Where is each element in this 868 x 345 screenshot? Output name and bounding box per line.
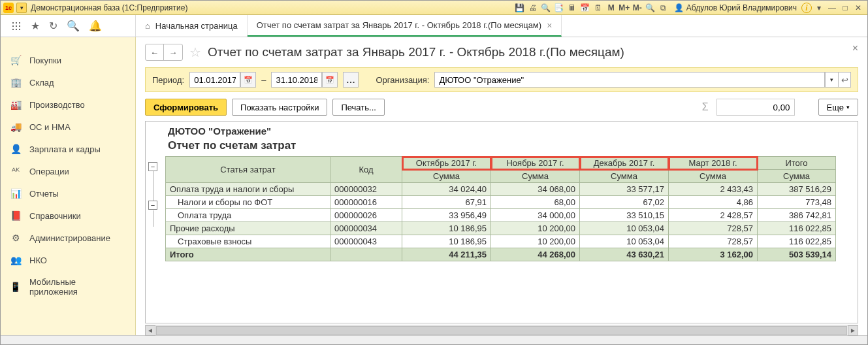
date-to-input[interactable] — [271, 72, 322, 88]
panels-icon[interactable]: ⧉ — [658, 2, 669, 14]
org-input[interactable] — [434, 72, 825, 88]
preview-icon[interactable]: 🔍 — [540, 2, 552, 14]
col-sum-total[interactable]: Сумма — [758, 170, 836, 183]
favorite-star-icon[interactable]: ☆ — [189, 44, 201, 60]
user-menu[interactable]: 👤 Абдулов Юрий Владимирович — [674, 3, 797, 12]
sidebar-item-label: Отчеты — [29, 189, 59, 199]
tab-report[interactable]: Отчет по счетам затрат за Январь 2017 г.… — [248, 15, 562, 37]
notifications-icon[interactable]: 🔔 — [89, 20, 102, 32]
run-report-button[interactable]: Сформировать — [145, 99, 227, 116]
table-row[interactable]: Налоги и сборы по ФОТ00000001667,9168,00… — [166, 196, 836, 209]
search-icon[interactable]: 🔍 — [67, 20, 80, 32]
col-code[interactable]: Код — [330, 157, 402, 183]
calendar-from-icon[interactable]: 📅 — [240, 72, 256, 88]
col-sum-3[interactable]: Сумма — [669, 170, 758, 183]
page-close-icon[interactable]: × — [852, 42, 858, 54]
sidebar-item-label: Администрирование — [29, 233, 110, 243]
tab-close-icon[interactable]: × — [547, 20, 552, 31]
apps-icon[interactable] — [11, 21, 22, 31]
sidebar-item-reports[interactable]: 📊Отчеты — [1, 182, 135, 205]
sidebar-item-payroll[interactable]: 👤Зарплата и кадры — [1, 138, 135, 160]
col-sum-2[interactable]: Сумма — [580, 170, 669, 183]
col-sum-0[interactable]: Сумма — [402, 170, 491, 183]
print-icon[interactable]: 🖨 — [527, 2, 539, 14]
zoom-icon[interactable]: 🔍 — [645, 2, 656, 14]
sidebar-item-purchases[interactable]: 🛒Покупки — [1, 49, 135, 71]
sidebar-item-label: Операции — [29, 167, 69, 176]
date-icon[interactable]: 🗓 — [592, 2, 604, 14]
col-total[interactable]: Итого — [758, 157, 836, 170]
chart-icon: 📊 — [10, 188, 22, 199]
more-button[interactable]: Еще ▾ — [818, 99, 858, 116]
table-row[interactable]: Прочие расходы00000003410 186,9510 200,0… — [166, 222, 836, 235]
minimize-icon[interactable]: — — [826, 2, 838, 14]
maximize-icon[interactable]: □ — [839, 2, 851, 14]
history-icon[interactable]: ↻ — [49, 20, 57, 32]
m-plus-icon[interactable]: M+ — [619, 2, 630, 14]
nav-forward-icon[interactable]: → — [164, 44, 182, 60]
col-item[interactable]: Статья затрат — [166, 157, 330, 183]
sidebar-item-warehouse[interactable]: 🏢Склад — [1, 71, 135, 93]
sum-input[interactable] — [716, 99, 795, 116]
cell-value: 3 162,00 — [669, 248, 758, 261]
cell-value: 34 068,00 — [491, 183, 580, 196]
table-row[interactable]: Оплата труда и налоги и сборы00000003234… — [166, 183, 836, 196]
print-button[interactable]: Печать... — [332, 99, 384, 116]
report-area[interactable]: − − ДЮТОО "Отражение" Отчет по счетам за… — [145, 121, 858, 323]
col-month-2[interactable]: Декабрь 2017 г. — [580, 157, 669, 170]
favorite-icon[interactable]: ★ — [31, 20, 40, 32]
table-row[interactable]: Оплата труда00000002633 956,4934 000,003… — [166, 209, 836, 222]
close-window-icon[interactable]: ✕ — [852, 2, 864, 14]
m-icon[interactable]: M — [605, 2, 617, 14]
operations-icon: ᴬᴷ — [10, 166, 22, 176]
table-row[interactable]: Страховые взносы00000004310 186,9510 200… — [166, 235, 836, 248]
report-table: Статья затрат Код Октябрь 2017 г. Ноябрь… — [165, 156, 836, 261]
person-icon: 👤 — [10, 144, 22, 154]
cell-value: 10 186,95 — [402, 235, 491, 248]
cell-value: 34 000,00 — [491, 209, 580, 222]
sidebar-item-mobile[interactable]: 📱Мобильные приложения — [1, 271, 135, 303]
m-minus-icon[interactable]: M- — [632, 2, 643, 14]
org-open-icon[interactable]: ↩ — [838, 72, 851, 88]
scroll-right-icon[interactable]: ► — [848, 325, 858, 336]
cell-value: 10 053,04 — [580, 222, 669, 235]
scroll-left-icon[interactable]: ◄ — [145, 325, 155, 336]
compare-icon[interactable]: 📑 — [553, 2, 565, 14]
date-from-input[interactable] — [189, 72, 240, 88]
tab-home[interactable]: ⌂ Начальная страница — [136, 15, 248, 37]
col-month-3[interactable]: Март 2018 г. — [669, 157, 758, 170]
collapse-button-2[interactable]: − — [148, 201, 157, 210]
sidebar-item-catalogs[interactable]: 📕Справочники — [1, 205, 135, 227]
info-icon[interactable]: i — [801, 3, 812, 13]
h-scrollbar[interactable]: ◄ ► — [145, 325, 858, 335]
col-sum-1[interactable]: Сумма — [491, 170, 580, 183]
sidebar-item-production[interactable]: 🏭Производство — [1, 93, 135, 116]
action-bar: Сформировать Показать настройки Печать..… — [145, 99, 858, 116]
save-icon[interactable]: 💾 — [514, 2, 526, 14]
app-menu-dropdown[interactable]: ▾ — [16, 3, 27, 13]
org-dropdown-icon[interactable]: ▾ — [825, 72, 838, 88]
sidebar-item-label: Покупки — [29, 56, 61, 65]
show-settings-button[interactable]: Показать настройки — [232, 99, 327, 116]
calendar-to-icon[interactable]: 📅 — [322, 72, 338, 88]
calendar-icon[interactable]: 📅 — [579, 2, 591, 14]
sidebar-item-label: Склад — [29, 78, 54, 88]
col-month-0[interactable]: Октябрь 2017 г. — [402, 157, 491, 170]
nav-back-icon[interactable]: ← — [146, 44, 164, 60]
sidebar-item-assets[interactable]: 🚚ОС и НМА — [1, 116, 135, 138]
col-month-1[interactable]: Ноябрь 2017 г. — [491, 157, 580, 170]
sidebar-item-admin[interactable]: ⚙Администрирование — [1, 227, 135, 249]
cell-value: 728,57 — [669, 222, 758, 235]
period-dash: – — [261, 75, 266, 85]
sidebar-item-operations[interactable]: ᴬᴷОперации — [1, 160, 135, 182]
period-more-button[interactable]: ... — [343, 72, 359, 88]
scroll-thumb[interactable] — [156, 326, 847, 335]
dropdown-icon[interactable]: ▾ — [813, 2, 825, 14]
cell-value: 33 956,49 — [402, 209, 491, 222]
sidebar-item-nko[interactable]: 👥НКО — [1, 249, 135, 271]
collapse-button-1[interactable]: − — [148, 162, 157, 171]
cell-value: 773,48 — [758, 196, 836, 209]
calc-icon[interactable]: 🖩 — [566, 2, 578, 14]
sidebar-item-label: НКО — [29, 255, 47, 265]
table-row[interactable]: Итого44 211,3544 268,0043 630,213 162,00… — [166, 248, 836, 261]
